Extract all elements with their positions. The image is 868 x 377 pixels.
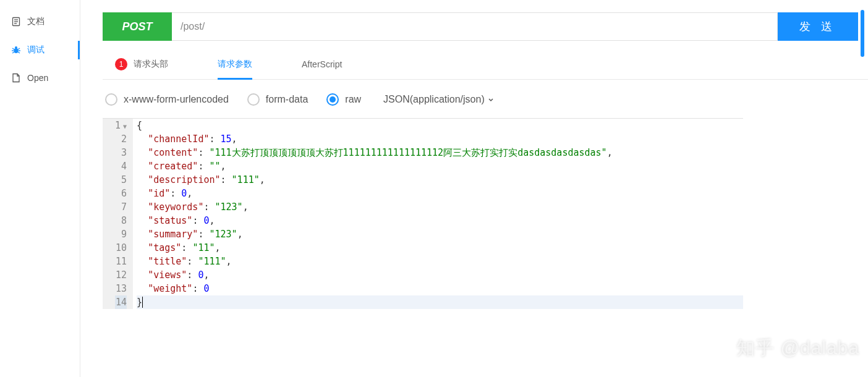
sidebar: 文档 调试 Open xyxy=(0,0,80,377)
sidebar-item-debug[interactable]: 调试 xyxy=(0,36,80,64)
tab-params[interactable]: 请求参数 xyxy=(218,58,252,79)
sidebar-item-open[interactable]: Open xyxy=(0,64,80,91)
file-icon xyxy=(11,73,21,83)
sidebar-item-label: Open xyxy=(27,73,48,83)
doc-icon xyxy=(11,17,21,27)
tab-afterscript[interactable]: AfterScript xyxy=(302,58,342,79)
radio-label: x-www-form-urlencoded xyxy=(124,94,229,105)
content-type-select[interactable]: JSON(application/json) xyxy=(383,94,495,105)
radio-icon xyxy=(326,93,339,106)
sidebar-item-label: 调试 xyxy=(27,44,45,56)
main-panel: POST 发 送 1 请求头部 请求参数 AfterScript x-www-f… xyxy=(80,0,868,377)
body-type-row: x-www-form-urlencoded form-data raw JSON… xyxy=(103,80,868,118)
request-tabs: 1 请求头部 请求参数 AfterScript xyxy=(103,58,868,80)
watermark-text: 知乎 @dalaba xyxy=(736,336,859,361)
svg-line-8 xyxy=(12,48,14,49)
radio-icon xyxy=(247,93,260,106)
url-input[interactable] xyxy=(172,12,778,41)
radio-label: form-data xyxy=(266,94,308,105)
content-type-label: JSON(application/json) xyxy=(383,94,485,105)
tab-label: 请求参数 xyxy=(218,59,252,70)
editor-code[interactable]: { "channelId": 15, "content": "111大苏打顶顶顶… xyxy=(133,119,743,309)
tab-label: AfterScript xyxy=(302,59,342,69)
radio-raw[interactable]: raw xyxy=(326,93,361,106)
radio-icon xyxy=(105,93,117,106)
svg-point-4 xyxy=(14,48,19,53)
url-bar: POST 发 送 xyxy=(103,12,858,41)
editor-gutter: 1▼234567891011121314 xyxy=(103,119,133,309)
json-editor[interactable]: 1▼234567891011121314 { "channelId": 15, … xyxy=(103,118,743,309)
radio-urlencoded[interactable]: x-www-form-urlencoded xyxy=(105,93,229,106)
headers-count-badge: 1 xyxy=(115,58,127,70)
svg-line-11 xyxy=(18,52,20,53)
radio-label: raw xyxy=(345,94,361,105)
chevron-down-icon xyxy=(487,96,495,103)
bug-icon xyxy=(11,45,21,55)
http-method-select[interactable]: POST xyxy=(103,12,172,41)
sidebar-item-doc[interactable]: 文档 xyxy=(0,7,80,36)
svg-line-10 xyxy=(12,52,14,53)
scrollbar-thumb[interactable] xyxy=(861,10,864,57)
radio-formdata[interactable]: form-data xyxy=(247,93,308,106)
svg-point-5 xyxy=(15,46,17,49)
tab-headers[interactable]: 1 请求头部 xyxy=(115,58,168,79)
sidebar-item-label: 文档 xyxy=(27,16,45,27)
tab-label: 请求头部 xyxy=(134,59,168,70)
send-button[interactable]: 发 送 xyxy=(778,12,858,41)
svg-line-9 xyxy=(18,48,20,49)
